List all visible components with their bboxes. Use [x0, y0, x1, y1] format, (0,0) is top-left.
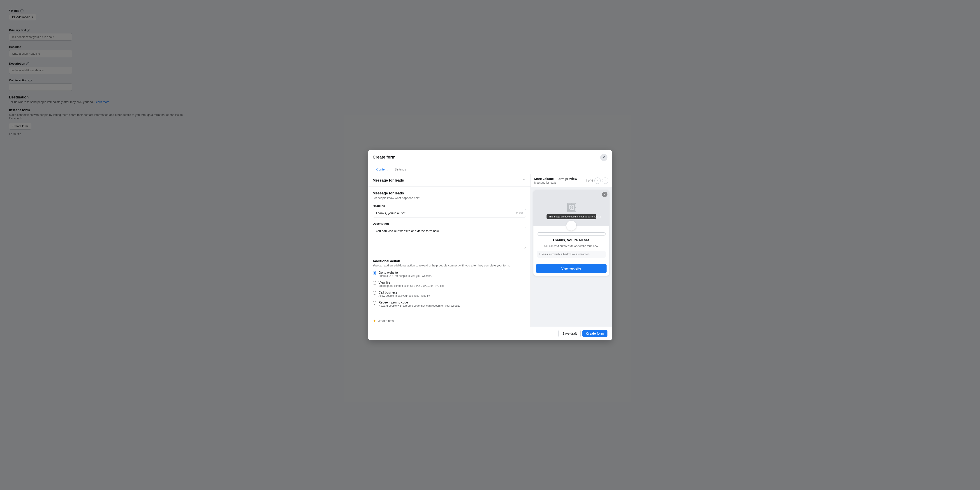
info-icon: ℹ: [539, 253, 541, 256]
view-website-button[interactable]: View website: [536, 264, 606, 273]
modal-body: Message for leads ⌃ Message for leads Le…: [368, 174, 612, 327]
radio-go-to-website-label: Go to website: [379, 271, 432, 275]
radio-option-go-to-website: Go to website Share a URL for people to …: [373, 271, 526, 278]
radio-redeem-promo-desc: Reward people with a promo code they can…: [379, 304, 460, 307]
description-field-label: Description: [373, 222, 526, 225]
section-header: Message for leads ⌃: [368, 174, 530, 187]
phone-success-text: You successfully submitted your response…: [542, 253, 590, 255]
form-content: Message for leads Let people know what h…: [368, 187, 530, 315]
radio-call-business-desc: Allow people to call your business insta…: [379, 294, 431, 297]
radio-view-file-desc: Share gated content such as a PDF, JPEG …: [379, 284, 444, 287]
additional-action-desc: You can add an additional action to rewa…: [373, 264, 526, 267]
preview-count: 4 of 4: [585, 179, 593, 182]
phone-headline: Thanks, you're all set.: [537, 238, 606, 242]
create-form-modal: Create form ✕ Content Settings Message f…: [368, 150, 612, 340]
modal-header: Create form ✕: [368, 150, 612, 165]
radio-go-to-website[interactable]: [373, 271, 376, 275]
char-count: 23/60: [516, 212, 523, 215]
preview-title: More volume - Form preview: [535, 177, 577, 180]
preview-header: More volume - Form preview Message for l…: [531, 174, 612, 187]
description-textarea[interactable]: You can visit our website or exit the fo…: [373, 227, 526, 249]
tab-settings[interactable]: Settings: [391, 165, 410, 174]
modal-right-panel: More volume - Form preview Message for l…: [531, 174, 612, 327]
save-draft-button[interactable]: Save draft: [558, 330, 581, 337]
close-button[interactable]: ✕: [600, 154, 608, 161]
headline-field-label: Headline: [373, 204, 526, 207]
create-form-button[interactable]: Create form: [582, 330, 608, 337]
form-section-title: Message for leads: [373, 191, 526, 195]
whats-new-text: What's new: [378, 319, 394, 323]
radio-option-redeem-promo: Redeem promo code Reward people with a p…: [373, 300, 526, 307]
star-icon: ★: [373, 319, 376, 323]
modal-title: Create form: [373, 155, 396, 160]
form-section-desc: Let people know what happens next.: [373, 196, 526, 200]
phone-card-body: Thanks, you're all set. You can visit ou…: [533, 226, 609, 261]
radio-redeem-promo-label: Redeem promo code: [379, 300, 460, 304]
modal-overlay: Create form ✕ Content Settings Message f…: [0, 0, 980, 490]
headline-field-group: Headline Thanks, you're all set. 23/60: [373, 204, 526, 217]
section-title: Message for leads: [373, 179, 404, 182]
preview-section-label: Message for leads: [535, 181, 577, 184]
radio-view-file[interactable]: [373, 281, 376, 285]
phone-avatar: [566, 220, 576, 231]
phone-search-bar[interactable]: [537, 232, 606, 236]
image-tooltip: The image creative used in your ad will …: [547, 214, 596, 219]
headline-field[interactable]: Thanks, you're all set. 23/60: [373, 209, 526, 217]
additional-action-section: Additional action You can add an additio…: [373, 259, 526, 307]
phone-preview: 🖼 The image creative used in your ad wil…: [531, 187, 612, 327]
image-placeholder-icon: 🖼: [566, 202, 577, 214]
close-icon: ✕: [602, 155, 605, 160]
whats-new-section[interactable]: ★ What's new: [368, 315, 530, 327]
modal-left-panel: Message for leads ⌃ Message for leads Le…: [368, 174, 531, 327]
radio-go-to-website-desc: Share a URL for people to visit your web…: [379, 275, 432, 278]
phone-image-area: 🖼 The image creative used in your ad wil…: [533, 190, 609, 226]
radio-redeem-promo[interactable]: [373, 301, 376, 305]
phone-close-button[interactable]: ✕: [602, 192, 608, 197]
additional-action-title: Additional action: [373, 259, 526, 263]
radio-call-business[interactable]: [373, 291, 376, 295]
modal-tabs: Content Settings: [368, 165, 612, 174]
tab-content[interactable]: Content: [373, 165, 391, 174]
phone-success-msg: ℹ You successfully submitted your respon…: [537, 251, 606, 258]
headline-value: Thanks, you're all set.: [376, 211, 406, 215]
phone-card: 🖼 The image creative used in your ad wil…: [533, 190, 609, 276]
preview-prev-button[interactable]: ‹: [594, 177, 601, 184]
modal-footer: Save draft Create form: [368, 327, 612, 340]
radio-option-call-business: Call business Allow people to call your …: [373, 290, 526, 297]
phone-desc: You can visit our website or exit the fo…: [537, 244, 606, 248]
radio-view-file-label: View file: [379, 281, 444, 284]
description-field-group: Description You can visit our website or…: [373, 222, 526, 254]
radio-call-business-label: Call business: [379, 290, 431, 294]
radio-option-view-file: View file Share gated content such as a …: [373, 281, 526, 287]
preview-nav: 4 of 4 ‹ ›: [585, 177, 608, 184]
preview-next-button[interactable]: ›: [602, 177, 608, 184]
chevron-up-icon[interactable]: ⌃: [523, 178, 526, 183]
